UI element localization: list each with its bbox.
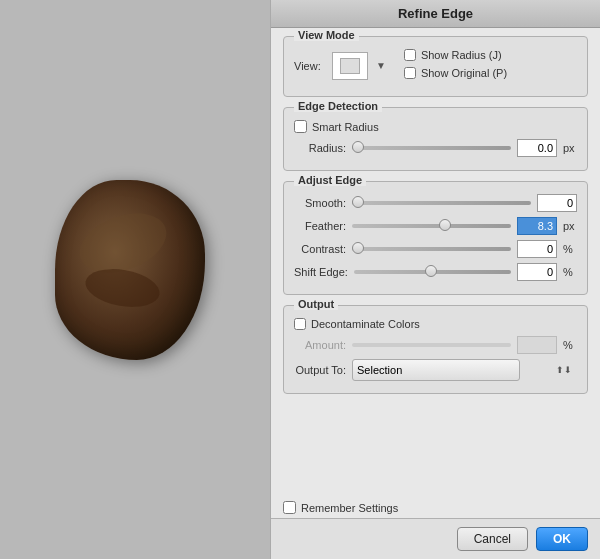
smooth-slider-thumb[interactable] bbox=[352, 196, 364, 208]
adjust-edge-section: Adjust Edge Smooth: Feather: px bbox=[283, 181, 588, 295]
cancel-button[interactable]: Cancel bbox=[457, 527, 528, 551]
remember-settings-checkbox[interactable] bbox=[283, 501, 296, 514]
show-radius-checkbox[interactable] bbox=[404, 49, 416, 61]
contrast-value-input[interactable] bbox=[517, 240, 557, 258]
radius-slider-track[interactable] bbox=[352, 146, 511, 150]
output-to-row: Output To: Selection Layer Mask New Laye… bbox=[294, 359, 577, 381]
rock-shape bbox=[55, 180, 205, 360]
show-original-label: Show Original (P) bbox=[421, 67, 507, 79]
contrast-slider-thumb[interactable] bbox=[352, 242, 364, 254]
radius-value-input[interactable] bbox=[517, 139, 557, 157]
edge-detection-section: Edge Detection Smart Radius Radius: px bbox=[283, 107, 588, 171]
show-radius-row: Show Radius (J) bbox=[404, 49, 507, 61]
output-inner: Decontaminate Colors Amount: % Output To… bbox=[294, 318, 577, 381]
edge-detection-title: Edge Detection bbox=[294, 100, 382, 112]
smart-radius-checkbox[interactable] bbox=[294, 120, 307, 133]
decontaminate-row: Decontaminate Colors bbox=[294, 318, 577, 330]
output-to-select-wrapper: Selection Layer Mask New Layer New Layer… bbox=[352, 359, 577, 381]
view-preview-box[interactable] bbox=[332, 52, 368, 80]
amount-slider-track bbox=[352, 343, 511, 347]
show-original-row: Show Original (P) bbox=[404, 67, 507, 79]
dialog-buttons: Cancel OK bbox=[271, 518, 600, 559]
feather-row: Feather: px bbox=[294, 217, 577, 235]
shift-edge-row: Shift Edge: % bbox=[294, 263, 577, 281]
adjust-edge-inner: Smooth: Feather: px Contrast: bbox=[294, 194, 577, 281]
smooth-row: Smooth: bbox=[294, 194, 577, 212]
ok-button[interactable]: OK bbox=[536, 527, 588, 551]
shift-edge-value-input[interactable] bbox=[517, 263, 557, 281]
dialog-content: View Mode View: ▼ Show Radius (J) bbox=[271, 28, 600, 497]
output-title: Output bbox=[294, 298, 338, 310]
smart-radius-row: Smart Radius bbox=[294, 120, 577, 133]
view-mode-section: View Mode View: ▼ Show Radius (J) bbox=[283, 36, 588, 97]
remember-settings-row: Remember Settings bbox=[271, 497, 600, 518]
dialog-title-bar: Refine Edge bbox=[271, 0, 600, 28]
decontaminate-checkbox[interactable] bbox=[294, 318, 306, 330]
canvas-area bbox=[0, 0, 270, 559]
refine-edge-dialog: Refine Edge View Mode View: ▼ Show Radiu… bbox=[270, 0, 600, 559]
feather-label: Feather: bbox=[294, 220, 346, 232]
rock-image bbox=[55, 180, 215, 380]
contrast-label: Contrast: bbox=[294, 243, 346, 255]
remember-settings-label: Remember Settings bbox=[301, 502, 398, 514]
amount-label: Amount: bbox=[294, 339, 346, 351]
decontaminate-label: Decontaminate Colors bbox=[311, 318, 420, 330]
smooth-value-input[interactable] bbox=[537, 194, 577, 212]
amount-unit: % bbox=[563, 339, 577, 351]
smart-radius-label: Smart Radius bbox=[312, 121, 379, 133]
show-radius-label: Show Radius (J) bbox=[421, 49, 502, 61]
feather-slider-track[interactable] bbox=[352, 224, 511, 228]
feather-slider-thumb[interactable] bbox=[439, 219, 451, 231]
view-mode-inner: View: ▼ Show Radius (J) Show Original (P… bbox=[294, 49, 577, 82]
view-preview-inner bbox=[340, 58, 360, 74]
view-checkboxes: Show Radius (J) Show Original (P) bbox=[404, 49, 507, 82]
show-original-checkbox[interactable] bbox=[404, 67, 416, 79]
edge-detection-inner: Smart Radius Radius: px bbox=[294, 120, 577, 157]
view-mode-row: View: ▼ Show Radius (J) Show Original (P… bbox=[294, 49, 577, 82]
radius-label: Radius: bbox=[294, 142, 346, 154]
radius-slider-thumb[interactable] bbox=[352, 141, 364, 153]
output-to-select[interactable]: Selection Layer Mask New Layer New Layer… bbox=[352, 359, 520, 381]
shift-edge-label: Shift Edge: bbox=[294, 266, 348, 278]
output-section: Output Decontaminate Colors Amount: % Ou… bbox=[283, 305, 588, 394]
shift-edge-unit: % bbox=[563, 266, 577, 278]
feather-value-input[interactable] bbox=[517, 217, 557, 235]
radius-unit: px bbox=[563, 142, 577, 154]
amount-row: Amount: % bbox=[294, 336, 577, 354]
adjust-edge-title: Adjust Edge bbox=[294, 174, 366, 186]
smooth-slider-track[interactable] bbox=[352, 201, 531, 205]
smooth-label: Smooth: bbox=[294, 197, 346, 209]
output-to-label: Output To: bbox=[294, 364, 346, 376]
shift-edge-slider-track[interactable] bbox=[354, 270, 511, 274]
shift-edge-slider-thumb[interactable] bbox=[425, 265, 437, 277]
contrast-slider-track[interactable] bbox=[352, 247, 511, 251]
view-label: View: bbox=[294, 60, 324, 72]
view-mode-title: View Mode bbox=[294, 29, 359, 41]
view-dropdown-arrow[interactable]: ▼ bbox=[376, 60, 386, 71]
contrast-unit: % bbox=[563, 243, 577, 255]
amount-value-input bbox=[517, 336, 557, 354]
select-dropdown-arrow: ⬆⬇ bbox=[556, 365, 572, 375]
feather-unit: px bbox=[563, 220, 577, 232]
dialog-title: Refine Edge bbox=[398, 6, 473, 21]
contrast-row: Contrast: % bbox=[294, 240, 577, 258]
radius-row: Radius: px bbox=[294, 139, 577, 157]
